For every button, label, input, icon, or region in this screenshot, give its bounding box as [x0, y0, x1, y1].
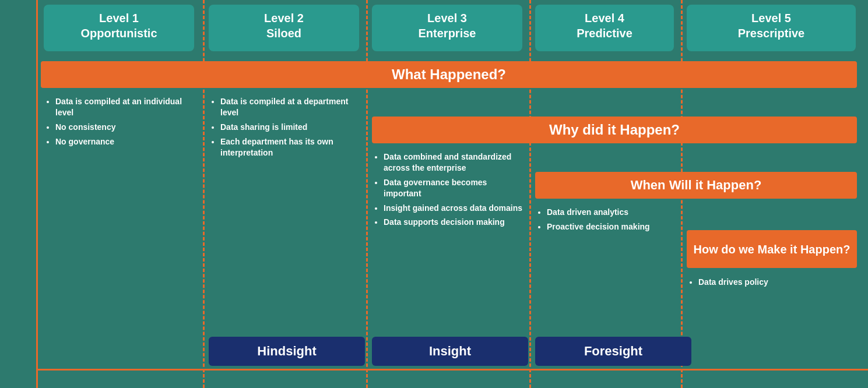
- level5-bullets: Data drives policy: [687, 277, 856, 291]
- when-happen-banner: When Will it Happen?: [535, 172, 857, 199]
- level5-box: Level 5Prescriptive: [687, 5, 856, 51]
- level3-bullet-2: Data governance becomes important: [384, 177, 526, 199]
- how-happen-text: How do we Make it Happen?: [694, 242, 851, 257]
- level2-bullet-3: Each department has its own interpretati…: [220, 136, 361, 158]
- level2-bullet-2: Data sharing is limited: [220, 122, 361, 133]
- level1-label: Level 1Opportunistic: [80, 12, 157, 40]
- hindsight-label: Hindsight: [209, 337, 365, 366]
- level2-bullet-1: Data is compiled at a department level: [220, 96, 361, 118]
- level4-box: Level 4Predictive: [535, 5, 674, 51]
- what-happened-banner: What Happened?: [41, 61, 857, 88]
- level1-bullet-2: No consistency: [55, 122, 198, 133]
- level4-bullet-2: Proactive decision making: [547, 221, 674, 232]
- what-happened-text: What Happened?: [392, 66, 506, 83]
- level3-bullet-4: Data supports decision making: [384, 217, 526, 228]
- main-container: Level 1Opportunistic Level 2Siloed Level…: [0, 0, 868, 388]
- insight-text: Insight: [429, 344, 471, 359]
- level4-bullet-1: Data driven analytics: [547, 207, 674, 218]
- dashed-separator-1: [203, 0, 205, 388]
- level3-box: Level 3Enterprise: [372, 5, 522, 51]
- level3-bullets: Data combined and standardized across th…: [372, 151, 526, 231]
- level2-box: Level 2Siloed: [209, 5, 359, 51]
- level1-bullet-3: No governance: [55, 136, 198, 147]
- level4-label: Level 4Predictive: [577, 12, 632, 40]
- foresight-text: Foresight: [584, 344, 642, 359]
- level2-label: Level 2Siloed: [264, 12, 304, 40]
- level1-box: Level 1Opportunistic: [44, 5, 194, 51]
- how-happen-banner: How do we Make it Happen?: [687, 230, 857, 268]
- insight-label: Insight: [372, 337, 528, 366]
- level3-label: Level 3Enterprise: [419, 12, 476, 40]
- axis-line-left: [36, 0, 38, 388]
- why-happened-banner: Why did it Happen?: [372, 117, 857, 143]
- dashed-separator-2: [366, 0, 368, 388]
- level1-bullet-1: Data is compiled at an individual level: [55, 96, 198, 118]
- level4-bullets: Data driven analytics Proactive decision…: [535, 207, 674, 236]
- why-happened-text: Why did it Happen?: [549, 122, 680, 138]
- hindsight-text: Hindsight: [257, 344, 316, 359]
- level2-bullets: Data is compiled at a department level D…: [209, 96, 361, 161]
- dashed-separator-3: [529, 0, 531, 388]
- axis-line-bottom: [36, 369, 868, 371]
- level3-bullet-3: Insight gained across data domains: [384, 203, 526, 214]
- level5-label: Level 5Prescriptive: [738, 12, 805, 40]
- level5-bullet-1: Data drives policy: [698, 277, 856, 288]
- level1-bullets: Data is compiled at an individual level …: [44, 96, 198, 151]
- foresight-label: Foresight: [535, 337, 691, 366]
- level3-bullet-1: Data combined and standardized across th…: [384, 151, 526, 174]
- when-happen-text: When Will it Happen?: [631, 178, 762, 193]
